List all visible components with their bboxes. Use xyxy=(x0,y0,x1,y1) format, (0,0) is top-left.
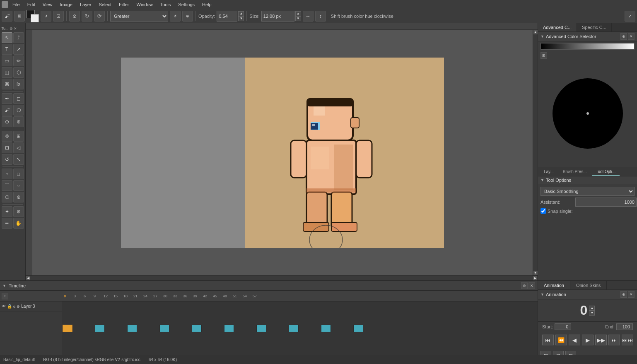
tab-animation[interactable]: Animation xyxy=(538,281,570,289)
mode-reset-btn[interactable]: ↺ xyxy=(170,11,181,22)
tool-rotate[interactable]: ↺ xyxy=(2,154,12,165)
tool-text[interactable]: T xyxy=(2,44,12,55)
restore-btn[interactable]: ↻ xyxy=(82,11,92,22)
menu-file[interactable]: File xyxy=(9,1,23,8)
tool-icon-pattern[interactable]: ⊞ xyxy=(14,11,25,22)
menu-view[interactable]: View xyxy=(39,1,56,8)
timeline-layer-row[interactable]: 👁 🔒 α ⊕ Layer 3 xyxy=(0,301,62,311)
tool-zoom[interactable]: ⊕ xyxy=(13,206,24,217)
tool-scale[interactable]: ⤡ xyxy=(13,154,24,165)
opacity-up[interactable]: ▲ xyxy=(238,11,244,16)
tab-onion-skins[interactable]: Onion Skins xyxy=(570,281,607,289)
tool-heal[interactable]: ⊕ xyxy=(13,116,24,127)
loop-btn[interactable]: ⏭⏭ xyxy=(622,335,633,345)
menu-layer[interactable]: Layer xyxy=(77,1,95,8)
frame-21[interactable] xyxy=(289,325,299,332)
frame-9[interactable] xyxy=(159,325,169,332)
expand-btn[interactable]: ⤢ xyxy=(625,11,635,22)
frame-down-btn[interactable]: ▼ xyxy=(589,311,595,316)
tool-pencil-group[interactable]: ✏ xyxy=(13,55,24,66)
timeline-add-btn[interactable]: ⊕ xyxy=(521,282,528,289)
layer-alpha-icon[interactable]: α xyxy=(13,304,15,309)
tool-hand[interactable]: ✋ xyxy=(13,218,24,229)
tool-paintbucket[interactable]: ⬡ xyxy=(13,105,24,116)
start-value[interactable]: 0 xyxy=(555,323,571,330)
step-back-btn[interactable]: ⏪ xyxy=(555,335,567,345)
tool-path-sel[interactable]: ⌒ xyxy=(2,180,12,191)
reset-btn[interactable]: ⟳ xyxy=(94,11,105,22)
play-pause-btn[interactable]: ▶ xyxy=(582,335,594,345)
next-frame-btn[interactable]: ▶▶ xyxy=(595,335,607,345)
color-gradient-bar[interactable] xyxy=(540,43,635,50)
flip-h-btn[interactable]: ↔ xyxy=(303,11,314,22)
opacity-input[interactable] xyxy=(217,11,237,22)
tool-brush[interactable]: 🖌 xyxy=(2,105,12,116)
tool-freeselect[interactable]: ⌘ xyxy=(2,79,12,89)
layer-visibility-icon[interactable]: 👁 xyxy=(2,304,6,309)
frame-6[interactable] xyxy=(127,325,137,332)
menu-filter[interactable]: Filter xyxy=(116,1,132,8)
tool-move[interactable]: ✥ xyxy=(2,131,12,142)
reset-colors-btn[interactable]: ↺ xyxy=(41,11,51,22)
tool-transform[interactable]: ⤴ xyxy=(13,32,24,43)
tool-color-sel[interactable]: ⊛ xyxy=(13,192,24,202)
canvas-area[interactable] xyxy=(32,30,533,275)
tool-crop[interactable]: ⊡ xyxy=(2,142,12,153)
tool-icon-brush[interactable]: 🖌 xyxy=(2,11,12,22)
tool-lasso[interactable]: ⌣ xyxy=(13,180,24,191)
frame-24[interactable] xyxy=(321,325,331,332)
timeline-close-btn[interactable]: ✕ xyxy=(528,282,535,289)
frame-0[interactable] xyxy=(63,325,72,332)
tab-layers[interactable]: Lay... xyxy=(540,168,558,176)
frame-up-btn[interactable]: ▲ xyxy=(589,306,595,311)
color-grid-btn[interactable]: ⊞ xyxy=(540,52,547,59)
color-swatches[interactable] xyxy=(27,10,39,22)
snap-single-label[interactable]: Snap single: xyxy=(540,208,573,214)
frame-12[interactable] xyxy=(192,325,202,332)
flip-v-btn[interactable]: ↕ xyxy=(315,11,326,22)
opacity-down[interactable]: ▼ xyxy=(238,16,244,21)
assistant-input[interactable] xyxy=(575,198,637,207)
menu-select[interactable]: Select xyxy=(95,1,115,8)
color-wheel[interactable] xyxy=(553,78,623,149)
color-selector-pin[interactable]: ⊕ xyxy=(620,33,627,40)
h-scrollbar[interactable]: ◀ ▶ xyxy=(26,275,538,280)
tool-gradient[interactable]: ◫ xyxy=(2,67,12,78)
menu-settings[interactable]: Settings xyxy=(175,1,198,8)
tab-advanced-color[interactable]: Advanced C... xyxy=(538,23,577,31)
menu-help[interactable]: Help xyxy=(199,1,215,8)
tool-rect[interactable]: ▭ xyxy=(2,55,12,66)
size-input[interactable] xyxy=(261,11,294,22)
menu-edit[interactable]: Edit xyxy=(24,1,39,8)
tool-fx[interactable]: fx xyxy=(13,79,24,89)
color-wheel-dot[interactable] xyxy=(586,112,589,115)
frame-3[interactable] xyxy=(95,325,105,332)
tool-eraser[interactable]: ◻ xyxy=(13,93,24,104)
frame-27[interactable] xyxy=(353,325,363,332)
color-selector-arrow[interactable]: ▼ xyxy=(540,34,544,39)
smoothing-select[interactable]: Basic Smoothing xyxy=(540,187,635,196)
anim-close-btn[interactable]: ✕ xyxy=(628,291,635,298)
play-to-end-btn[interactable]: ⏭ xyxy=(608,335,620,345)
mode-extra-btn[interactable]: ⊕ xyxy=(182,11,193,22)
tool-ellipse-sel[interactable]: ○ xyxy=(2,169,12,179)
size-up[interactable]: ▲ xyxy=(295,11,301,16)
tool-cursor[interactable]: ↖ xyxy=(2,32,12,43)
tool-measure[interactable]: ━ xyxy=(2,218,12,229)
size-down[interactable]: ▼ xyxy=(295,16,301,21)
menu-tools[interactable]: Tools xyxy=(157,1,174,8)
layer-lock-icon[interactable]: 🔒 xyxy=(7,304,12,309)
tool-align[interactable]: ⊞ xyxy=(13,131,24,142)
erase-btn[interactable]: ⊘ xyxy=(69,11,80,22)
v-scrollbar[interactable]: ▲ ▼ xyxy=(533,30,538,275)
anim-pin-btn[interactable]: ⊕ xyxy=(620,291,627,298)
end-value[interactable]: 100 xyxy=(616,323,633,330)
frame-15[interactable] xyxy=(224,325,234,332)
blend-mode-select[interactable]: Greater xyxy=(110,11,168,22)
menu-image[interactable]: Image xyxy=(56,1,76,8)
play-to-start-btn[interactable]: ⏮ xyxy=(542,335,554,345)
menu-window[interactable]: Window xyxy=(133,1,156,8)
tool-magic[interactable]: ⬡ xyxy=(13,67,24,78)
tab-specific-color[interactable]: Specific C... xyxy=(577,23,612,31)
tool-rect-sel[interactable]: □ xyxy=(13,169,24,179)
